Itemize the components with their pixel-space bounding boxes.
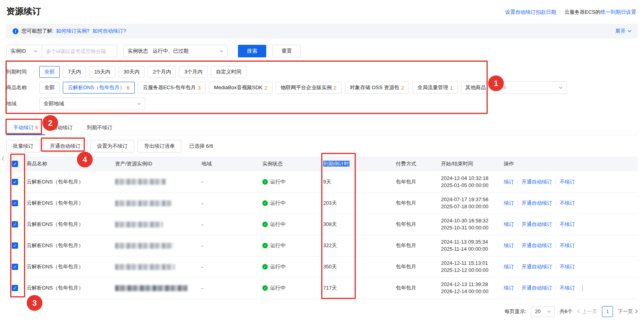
action-open-auto-renew[interactable]: 开通自动续订 bbox=[521, 284, 552, 292]
action-no-renew[interactable]: 不续订 bbox=[560, 178, 575, 185]
action-renew[interactable]: 续订 bbox=[504, 200, 514, 207]
region-select[interactable]: 全部地域 bbox=[39, 97, 145, 110]
more-actions-icon[interactable]: ⋮ bbox=[580, 284, 585, 292]
product-option-dns[interactable]: 云解析DNS（包年包月） 6 bbox=[63, 82, 135, 94]
link-how-to-renew[interactable]: 如何续订实例? bbox=[56, 28, 90, 35]
col-instance-status[interactable]: 实例状态 bbox=[259, 156, 320, 171]
tab-no-renew[interactable]: 到期不续订 bbox=[80, 120, 119, 135]
expire-option-all[interactable]: 全部 bbox=[39, 66, 60, 78]
chevron-down-icon bbox=[34, 50, 38, 52]
product-option-ecs[interactable]: 云服务器ECS-包年包月 3 bbox=[138, 82, 206, 94]
action-open-auto-renew[interactable]: 开通自动续订 bbox=[521, 221, 552, 228]
action-no-renew[interactable]: 不续订 bbox=[560, 284, 575, 292]
row-checkbox[interactable]: ✓ bbox=[12, 200, 18, 206]
product-option-iot[interactable]: 物联网平台企业版实例 2 bbox=[276, 82, 342, 94]
expire-option-3m[interactable]: 3个月内 bbox=[179, 66, 207, 78]
cell-countdown: 9天 bbox=[320, 171, 393, 193]
action-no-renew[interactable]: 不续订 bbox=[560, 242, 575, 249]
set-no-renew-button[interactable]: 设置为不续订 bbox=[90, 140, 134, 152]
product-option-mediabox[interactable]: MediaBox音视频SDK 2 bbox=[209, 82, 273, 94]
action-open-auto-renew[interactable]: 开通自动续订 bbox=[521, 263, 552, 270]
per-page-select[interactable]: 20 bbox=[531, 306, 554, 317]
link-ecs-expiry-setting[interactable]: 云服务器ECS的统一到期日设置 bbox=[564, 9, 636, 16]
link-auto-renew-deduct-date[interactable]: 设置自动续订扣款日期 bbox=[505, 9, 556, 16]
cell-region: - bbox=[198, 193, 259, 214]
product-option-gtm[interactable]: 全局流量管理 1 bbox=[412, 82, 458, 94]
prev-page-button[interactable]: 上一页 bbox=[577, 308, 597, 315]
expire-option-2m[interactable]: 2个月内 bbox=[148, 66, 176, 78]
link-ecs-setting[interactable]: 统一到期日设置 bbox=[600, 9, 636, 15]
prev-page-label: 上一页 bbox=[582, 308, 597, 315]
cell-countdown: 203天 bbox=[320, 193, 393, 214]
row-checkbox[interactable]: ✓ bbox=[12, 242, 18, 249]
search-button[interactable]: 搜索 bbox=[238, 45, 266, 57]
row-checkbox[interactable]: ✓ bbox=[12, 264, 18, 270]
cell-product: 云解析DNS（包年包月） bbox=[24, 256, 112, 277]
row-checkbox[interactable]: ✓ bbox=[12, 285, 18, 291]
cell-end-time: 2025-07-18 00:00:00 bbox=[441, 203, 498, 210]
link-ecs-prefix: 云服务器ECS的 bbox=[564, 9, 600, 15]
tab-auto-renew[interactable]: 自动续订 bbox=[45, 120, 80, 135]
other-product-label: 其他商品 bbox=[465, 84, 486, 91]
expire-option-custom[interactable]: 自定义时间 bbox=[211, 66, 247, 78]
status-running-icon: ✓ bbox=[262, 243, 268, 248]
total-count: 共6个 bbox=[560, 308, 573, 315]
action-renew[interactable]: 续订 bbox=[504, 263, 514, 270]
expire-option-30d[interactable]: 30天内 bbox=[119, 66, 145, 78]
action-renew[interactable]: 续订 bbox=[504, 221, 514, 228]
search-type-select[interactable]: 实例ID bbox=[7, 45, 42, 57]
filter-row-region: 地域 全部地域 bbox=[6, 97, 638, 110]
next-page-button[interactable]: 下一页 bbox=[618, 308, 638, 315]
col-actions: 操作 bbox=[501, 156, 638, 171]
page-number-1[interactable]: 1 bbox=[602, 306, 613, 317]
page-header: 资源续订 设置自动续订扣款日期 云服务器ECS的统一到期日设置 bbox=[0, 0, 644, 19]
open-auto-renew-button[interactable]: 开通自动续订 bbox=[43, 140, 87, 152]
tab-manual-renew[interactable]: 手动续订 6 bbox=[6, 120, 45, 135]
col-region[interactable]: 地域 bbox=[198, 156, 259, 171]
chevron-down-icon bbox=[137, 103, 141, 105]
product-option-count: 3 bbox=[198, 85, 201, 91]
info-icon: i bbox=[13, 28, 18, 34]
col-product-name[interactable]: 商品名称 bbox=[24, 156, 112, 171]
table-row: ✓ 云解析DNS（包年包月） - ✓运行中 350天 包年包月 2024-12-… bbox=[6, 256, 638, 277]
row-checkbox[interactable]: ✓ bbox=[12, 179, 18, 185]
product-option-all[interactable]: 全部 bbox=[39, 82, 60, 94]
cell-payment: 包年包月 bbox=[393, 214, 438, 235]
action-renew[interactable]: 续订 bbox=[504, 284, 514, 292]
cell-product: 云解析DNS（包年包月） bbox=[24, 193, 112, 214]
action-renew[interactable]: 续订 bbox=[504, 178, 514, 185]
expire-option-7d[interactable]: 7天内 bbox=[63, 66, 86, 78]
info-banner: i 您可能想了解: 如何续订实例? 如何自动续订? 展开 bbox=[6, 24, 638, 39]
cell-payment: 包年包月 bbox=[393, 235, 438, 256]
action-open-auto-renew[interactable]: 开通自动续订 bbox=[521, 242, 552, 249]
row-checkbox[interactable]: ✓ bbox=[12, 221, 18, 227]
select-all-checkbox[interactable]: ✓ bbox=[12, 161, 18, 167]
collapse-panel-arrow[interactable] bbox=[0, 154, 5, 163]
action-no-renew[interactable]: 不续订 bbox=[560, 200, 575, 207]
col-payment-type[interactable]: 付费方式 bbox=[393, 156, 438, 171]
banner-expand-toggle[interactable]: 展开 bbox=[615, 28, 631, 35]
page-title: 资源续订 bbox=[6, 6, 41, 17]
product-option-label: 对象存储 OSS 资源包 bbox=[350, 84, 399, 91]
batch-renew-button[interactable]: 批量续订 bbox=[6, 140, 40, 152]
action-open-auto-renew[interactable]: 开通自动续订 bbox=[521, 178, 552, 185]
reset-button[interactable]: 重置 bbox=[273, 45, 301, 57]
product-option-oss[interactable]: 对象存储 OSS 资源包 2 bbox=[345, 82, 409, 94]
col-expire-countdown[interactable]: 到期倒计时 bbox=[323, 161, 349, 167]
other-product-select[interactable]: 其他商品 请选择 bbox=[461, 81, 567, 94]
action-renew[interactable]: 续订 bbox=[504, 242, 514, 249]
action-open-auto-renew[interactable]: 开通自动续订 bbox=[521, 200, 552, 207]
chevron-left-icon bbox=[1, 156, 4, 161]
action-no-renew[interactable]: 不续订 bbox=[560, 221, 575, 228]
link-how-to-auto-renew[interactable]: 如何自动续订? bbox=[93, 28, 126, 35]
instance-id-input[interactable] bbox=[42, 45, 117, 57]
expire-option-15d[interactable]: 15天内 bbox=[89, 66, 115, 78]
instance-status-select[interactable]: 实例状态 运行中、已过期 bbox=[123, 45, 228, 57]
action-no-renew[interactable]: 不续订 bbox=[560, 263, 575, 270]
col-instance-id[interactable]: 资产/资源实例ID bbox=[112, 156, 198, 171]
export-renew-list-button[interactable]: 导出续订清单 bbox=[137, 140, 181, 152]
selected-count-info: 已选择 6/6 bbox=[189, 143, 213, 150]
cell-start-time: 2024-11-13 09:35:34 bbox=[441, 238, 498, 246]
col-start-end-time[interactable]: 开始/结束时间 bbox=[438, 156, 501, 171]
cell-region: - bbox=[198, 277, 259, 299]
